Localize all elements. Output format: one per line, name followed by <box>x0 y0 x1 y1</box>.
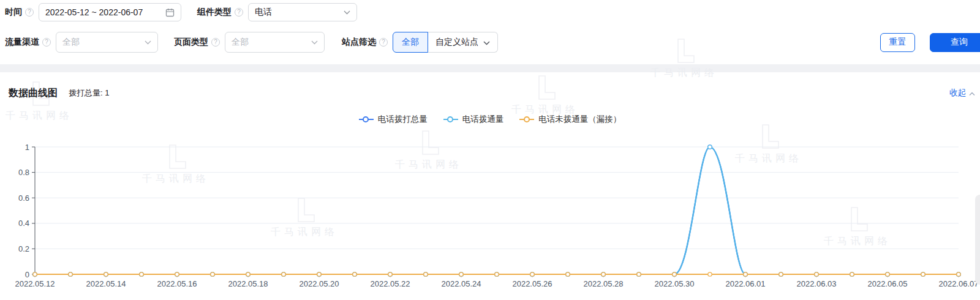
collapse-link[interactable]: 收起 <box>949 88 975 99</box>
svg-text:2022.06.05: 2022.06.05 <box>867 279 907 288</box>
page-type-help-icon[interactable]: ? <box>211 38 220 47</box>
svg-text:2022.06.07: 2022.06.07 <box>938 279 978 288</box>
traffic-channel-select[interactable]: 全部 <box>56 32 158 53</box>
chevron-up-icon <box>969 89 975 98</box>
series-电话拨通量[interactable] <box>33 145 960 276</box>
legend-item[interactable]: 电话拨打总量 <box>359 114 428 125</box>
line-chart[interactable]: 00.20.40.60.812022.05.122022.05.142022.0… <box>0 133 980 294</box>
page-type-select[interactable]: 全部 <box>225 32 325 53</box>
legend-marker-icon <box>443 116 458 123</box>
site-all-button[interactable]: 全部 <box>393 32 428 53</box>
svg-text:2022.06.03: 2022.06.03 <box>796 279 836 288</box>
page: 千马讯网络千马讯网络千马讯网络千马讯网络千马讯网络千马讯网络千马讯网络千马讯网络… <box>0 0 980 300</box>
site-filter-label: 站点筛选 <box>342 37 376 48</box>
component-type-value: 电话 <box>255 7 339 18</box>
series-电话拨打总量[interactable] <box>33 145 960 276</box>
page-type-value: 全部 <box>232 37 306 48</box>
legend-marker-icon <box>359 116 374 123</box>
svg-text:2022.05.24: 2022.05.24 <box>441 279 481 288</box>
chevron-down-icon <box>344 10 350 15</box>
chart-header: 数据曲线图 拨打总量: 1 收起 <box>9 86 975 100</box>
svg-text:2022.05.30: 2022.05.30 <box>654 279 694 288</box>
query-button[interactable]: 查询 <box>930 33 980 52</box>
component-type-help-icon[interactable]: ? <box>235 8 243 17</box>
component-type-select[interactable]: 电话 <box>248 3 357 21</box>
svg-text:0: 0 <box>25 270 29 279</box>
chevron-down-icon <box>311 40 318 45</box>
chart-title: 数据曲线图 <box>9 87 58 100</box>
y-axis: 00.20.40.60.81 <box>18 143 959 279</box>
legend-item[interactable]: 电话未拨通量（漏接） <box>519 114 621 125</box>
scrollbar-thumb[interactable] <box>975 195 980 285</box>
svg-text:2022.05.14: 2022.05.14 <box>86 279 126 288</box>
legend-label: 电话拨通量 <box>462 114 504 125</box>
time-label: 时间 <box>5 7 22 18</box>
legend-item[interactable]: 电话拨通量 <box>443 114 504 125</box>
svg-text:2022.05.12: 2022.05.12 <box>15 279 55 288</box>
chevron-down-icon <box>483 37 490 47</box>
date-range-value: 2022-05-12 ~ 2022-06-07 <box>45 7 160 17</box>
svg-text:2022.05.22: 2022.05.22 <box>370 279 410 288</box>
svg-text:2022.05.28: 2022.05.28 <box>583 279 623 288</box>
page-type-label: 页面类型 <box>174 37 208 48</box>
svg-text:2022.05.18: 2022.05.18 <box>228 279 268 288</box>
legend-label: 电话未拨通量（漏接） <box>538 114 621 125</box>
traffic-channel-value: 全部 <box>62 37 140 48</box>
chevron-down-icon <box>145 40 151 45</box>
site-filter-help-icon[interactable]: ? <box>379 38 388 47</box>
dial-total-text: 拨打总量: 1 <box>69 88 109 99</box>
filter-row-2: 流量渠道 ? 全部 页面类型 ? 全部 站点筛选 ? 全部 自定义站 <box>5 32 980 53</box>
svg-text:2022.05.16: 2022.05.16 <box>157 279 197 288</box>
site-custom-label: 自定义站点 <box>435 37 478 48</box>
svg-text:0.8: 0.8 <box>18 168 29 177</box>
chart-legend: 电话拨打总量电话拨通量电话未拨通量（漏接） <box>0 114 980 125</box>
site-filter-segmented-control: 全部 自定义站点 <box>393 32 498 53</box>
traffic-channel-help-icon[interactable]: ? <box>42 38 51 47</box>
collapse-label: 收起 <box>949 88 966 99</box>
legend-marker-icon <box>519 116 534 123</box>
svg-text:0.4: 0.4 <box>18 219 29 228</box>
filter-row-1: 时间 ? 2022-05-12 ~ 2022-06-07 组件类型 ? 电话 <box>5 3 980 21</box>
site-custom-button[interactable]: 自定义站点 <box>428 32 498 53</box>
component-type-label: 组件类型 <box>197 7 232 18</box>
svg-text:2022.05.26: 2022.05.26 <box>512 279 552 288</box>
svg-text:1: 1 <box>25 143 29 152</box>
date-range-picker[interactable]: 2022-05-12 ~ 2022-06-07 <box>39 3 181 21</box>
time-help-icon[interactable]: ? <box>25 8 34 17</box>
svg-text:2022.05.20: 2022.05.20 <box>299 279 339 288</box>
svg-text:0.6: 0.6 <box>18 193 29 203</box>
series-电话未拨通量（漏接）[interactable] <box>33 272 960 276</box>
calendar-icon <box>165 8 175 17</box>
svg-text:2022.06.01: 2022.06.01 <box>725 279 765 288</box>
svg-text:0.2: 0.2 <box>18 244 29 253</box>
legend-label: 电话拨打总量 <box>378 114 428 125</box>
reset-button[interactable]: 重置 <box>880 33 915 52</box>
traffic-channel-label: 流量渠道 <box>5 37 39 48</box>
